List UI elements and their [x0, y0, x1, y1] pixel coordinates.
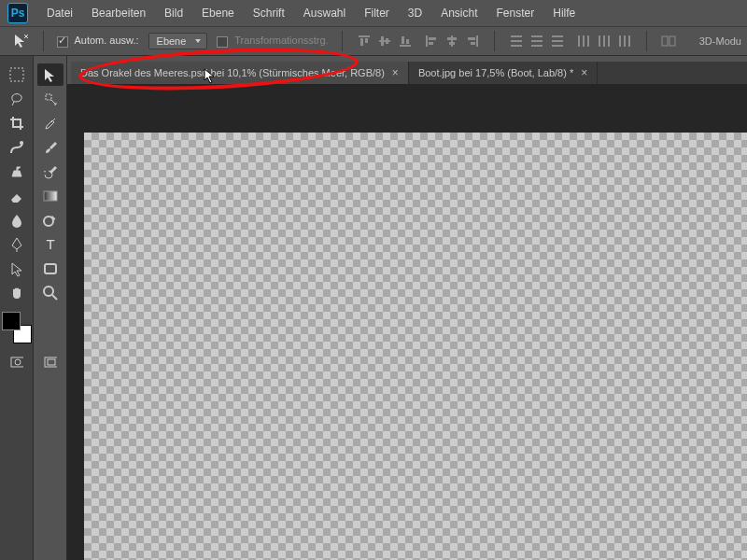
- menu-3d[interactable]: 3D: [399, 3, 431, 23]
- align-right-icon[interactable]: [464, 33, 481, 49]
- svg-rect-32: [608, 35, 610, 47]
- menu-fenster[interactable]: Fenster: [487, 3, 544, 23]
- healing-brush-tool-icon[interactable]: [4, 136, 30, 159]
- svg-rect-38: [10, 68, 23, 81]
- transform-controls-checkbox[interactable]: Transformationsstrg.: [217, 35, 328, 47]
- svg-rect-12: [451, 35, 453, 47]
- distribute-icon[interactable]: [529, 33, 545, 49]
- pen-tool-icon[interactable]: [4, 233, 30, 256]
- menu-bearbeiten[interactable]: Bearbeiten: [82, 3, 155, 23]
- svg-rect-28: [583, 35, 585, 47]
- svg-point-39: [20, 141, 23, 145]
- type-tool-icon[interactable]: T: [37, 233, 63, 256]
- brush-tool-icon[interactable]: [37, 136, 63, 159]
- svg-rect-27: [578, 35, 580, 47]
- eyedropper-tool-icon[interactable]: [37, 112, 63, 134]
- svg-point-47: [44, 287, 53, 296]
- dodge-tool-icon[interactable]: [37, 209, 63, 231]
- close-icon[interactable]: ×: [581, 66, 587, 79]
- svg-rect-6: [400, 45, 411, 47]
- svg-rect-7: [402, 36, 404, 44]
- svg-rect-29: [587, 35, 589, 47]
- hand-tool-icon[interactable]: [4, 282, 30, 304]
- auto-select-checkbox[interactable]: Autom. ausw.:: [57, 35, 139, 47]
- align-hcenter-icon[interactable]: [444, 33, 460, 49]
- crop-tool-icon[interactable]: [4, 112, 30, 134]
- menu-filter[interactable]: Filter: [355, 3, 399, 23]
- lasso-tool-icon[interactable]: [4, 88, 30, 110]
- path-select-tool-icon[interactable]: [4, 258, 30, 280]
- svg-rect-25: [552, 40, 563, 42]
- screenmode-icon[interactable]: [44, 356, 57, 369]
- separator: [494, 31, 495, 51]
- eraser-tool-icon[interactable]: [4, 185, 30, 207]
- rect-marquee-tool-icon[interactable]: [4, 63, 30, 86]
- tools-panel-left: [0, 56, 34, 560]
- menu-auswahl[interactable]: Auswahl: [294, 3, 355, 23]
- align-left-icon[interactable]: [423, 33, 440, 49]
- align-group-2: [423, 33, 481, 49]
- align-group-1: [356, 33, 414, 49]
- color-swatches[interactable]: [2, 312, 32, 343]
- menu-schrift[interactable]: Schrift: [244, 3, 294, 23]
- threed-mode-label[interactable]: 3D-Modu: [694, 35, 747, 47]
- menu-bild[interactable]: Bild: [155, 3, 192, 23]
- document-canvas[interactable]: [84, 133, 747, 560]
- document-tab[interactable]: Boot.jpg bei 17,5% (Boot, Lab/8) * ×: [409, 62, 598, 84]
- layer-group-dropdown[interactable]: Ebene: [148, 33, 208, 49]
- svg-rect-15: [476, 35, 478, 47]
- auto-select-label: Autom. ausw.:: [74, 35, 138, 46]
- menu-hilfe[interactable]: Hilfe: [543, 3, 585, 23]
- shape-tool-icon[interactable]: [37, 258, 63, 280]
- document-tab-label: Boot.jpg bei 17,5% (Boot, Lab/8) *: [418, 67, 573, 78]
- auto-align-icon[interactable]: [660, 33, 677, 49]
- blur-tool-icon[interactable]: [4, 209, 30, 231]
- separator: [342, 31, 343, 51]
- svg-rect-19: [511, 40, 522, 42]
- foreground-color-swatch[interactable]: [2, 312, 21, 330]
- document-tab[interactable]: Das Orakel des Meeres.psd bei 10,1% (Stü…: [71, 62, 409, 84]
- checkbox-icon: [57, 36, 68, 48]
- align-vcenter-icon[interactable]: [376, 33, 393, 49]
- document-tab-strip: Das Orakel des Meeres.psd bei 10,1% (Stü…: [71, 62, 747, 84]
- svg-rect-21: [531, 35, 543, 37]
- svg-rect-26: [552, 45, 563, 47]
- canvas-background: [67, 84, 747, 560]
- svg-rect-16: [468, 37, 475, 40]
- svg-rect-50: [48, 359, 55, 365]
- align-bottom-icon[interactable]: [397, 33, 414, 49]
- transform-controls-label: Transformationsstrg.: [234, 35, 328, 46]
- zoom-tool-icon[interactable]: [37, 282, 63, 304]
- menu-bar: Ps Datei Bearbeiten Bild Ebene Schrift A…: [0, 0, 747, 26]
- distribute-icon[interactable]: [575, 33, 592, 49]
- svg-rect-30: [599, 35, 600, 47]
- svg-rect-22: [531, 40, 543, 42]
- separator: [43, 31, 44, 51]
- move-tool-icon[interactable]: [37, 63, 63, 86]
- menu-ansicht[interactable]: Ansicht: [431, 3, 486, 23]
- distribute-icon[interactable]: [596, 33, 613, 49]
- menu-datei[interactable]: Datei: [37, 3, 82, 23]
- svg-rect-40: [11, 357, 23, 367]
- quickmask-icon[interactable]: [10, 356, 23, 369]
- svg-rect-18: [511, 35, 522, 37]
- close-icon[interactable]: ×: [392, 66, 399, 79]
- svg-rect-33: [619, 35, 621, 47]
- svg-rect-42: [44, 191, 57, 201]
- quick-select-tool-icon[interactable]: [37, 88, 63, 110]
- svg-rect-35: [628, 35, 630, 47]
- align-top-icon[interactable]: [356, 33, 373, 49]
- distribute-icon[interactable]: [616, 33, 633, 49]
- svg-rect-5: [386, 38, 388, 44]
- menu-ebene[interactable]: Ebene: [192, 3, 244, 23]
- svg-rect-1: [360, 38, 363, 46]
- clone-stamp-tool-icon[interactable]: [4, 161, 30, 183]
- svg-rect-17: [471, 42, 475, 45]
- svg-rect-0: [359, 35, 370, 37]
- history-brush-tool-icon[interactable]: [37, 161, 63, 183]
- gradient-tool-icon[interactable]: [37, 185, 63, 207]
- svg-point-41: [15, 359, 21, 365]
- distribute-icon[interactable]: [508, 33, 525, 49]
- svg-rect-13: [447, 37, 457, 40]
- distribute-icon[interactable]: [549, 33, 566, 49]
